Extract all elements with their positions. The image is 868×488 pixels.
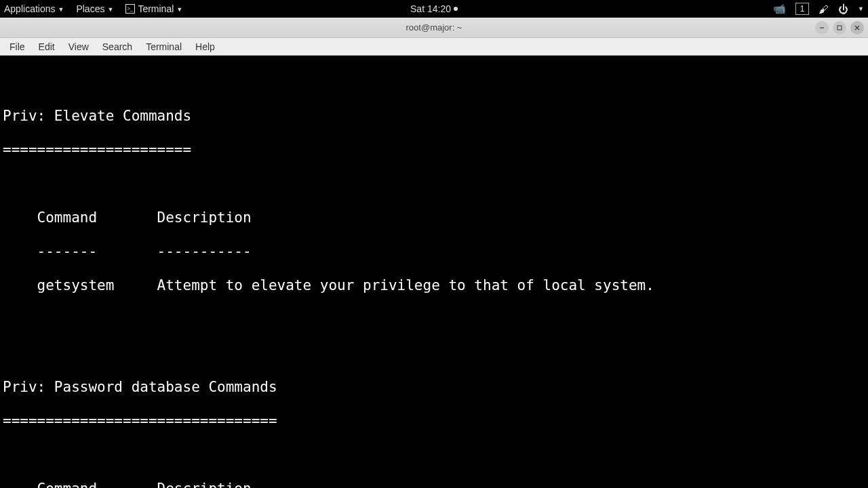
svg-rect-1 [837,26,842,30]
terminal-app-label: Terminal [138,3,174,14]
chevron-down-icon[interactable]: ▼ [858,5,864,12]
desktop-top-panel: Applications ▼ Places ▼ >_ Terminal ▼ Sa… [0,0,868,18]
chevron-down-icon: ▼ [58,6,64,13]
section-title: Priv: Elevate Commands [3,108,865,125]
window-controls [815,21,864,35]
menu-terminal-label: Terminal [146,41,182,52]
header-command-ul: ------- [37,243,157,260]
blank-line [3,311,865,328]
chevron-down-icon: ▼ [107,6,113,13]
terminal-icon: >_ [125,4,135,14]
table-row: getsystemAttempt to elevate your privile… [3,277,865,294]
chevron-down-icon: ▼ [176,6,182,13]
top-panel-right: 📹 1 🖌 ⏻ ▼ [773,3,864,15]
window-title: root@major: ~ [406,22,462,33]
menu-view[interactable]: View [62,41,96,52]
places-label: Places [76,3,104,14]
power-icon[interactable]: ⏻ [838,3,848,15]
blank-line [3,74,865,91]
section-title: Priv: Password database Commands [3,379,865,396]
cmd-name: getsystem [37,277,157,294]
applications-label: Applications [4,3,56,14]
menu-edit-label: Edit [39,41,55,52]
maximize-button[interactable] [833,21,846,35]
top-panel-left: Applications ▼ Places ▼ >_ Terminal ▼ [4,3,182,14]
menu-search-label: Search [102,41,132,52]
header-description: Description [157,209,252,226]
blank-line [3,176,865,192]
applications-menu[interactable]: Applications ▼ [4,3,64,14]
minimize-icon [818,24,825,31]
menu-help[interactable]: Help [189,41,222,52]
clock[interactable]: Sat 14:20 [410,3,458,14]
clock-label: Sat 14:20 [410,3,451,14]
terminal-app-indicator[interactable]: >_ Terminal ▼ [125,3,182,14]
menu-file[interactable]: File [3,41,32,52]
close-button[interactable] [850,21,864,35]
menu-search[interactable]: Search [96,41,139,52]
menu-file-label: File [9,41,25,52]
menu-edit[interactable]: Edit [32,41,62,52]
menu-view-label: View [68,41,89,52]
minimize-button[interactable] [815,21,829,35]
header-command: Command [37,481,157,488]
blank-line [3,447,865,464]
header-description: Description [157,481,252,488]
menu-help-label: Help [195,41,215,52]
brush-tool-icon[interactable]: 🖌 [818,3,829,15]
maximize-icon [836,24,843,31]
workspace-number: 1 [800,4,805,14]
table-header: CommandDescription [3,209,865,226]
header-description-ul: ----------- [157,243,252,260]
table-header-underline: ------------------ [3,243,865,260]
terminal-output[interactable]: Priv: Elevate Commands =================… [0,56,868,488]
workspace-indicator[interactable]: 1 [795,3,809,15]
notification-dot-icon [454,7,458,11]
header-command: Command [37,209,157,226]
window-titlebar[interactable]: root@major: ~ [0,18,868,38]
menu-terminal[interactable]: Terminal [139,41,189,52]
app-menubar: File Edit View Search Terminal Help [0,38,868,56]
table-header: CommandDescription [3,481,865,488]
blank-line [3,345,865,362]
cmd-desc: Attempt to elevate your privilege to tha… [157,277,654,293]
section-underline: ================================ [3,413,865,430]
section-underline: ====================== [3,142,865,159]
places-menu[interactable]: Places ▼ [76,3,113,14]
camera-recorder-icon[interactable]: 📹 [773,3,786,15]
close-icon [854,24,861,31]
